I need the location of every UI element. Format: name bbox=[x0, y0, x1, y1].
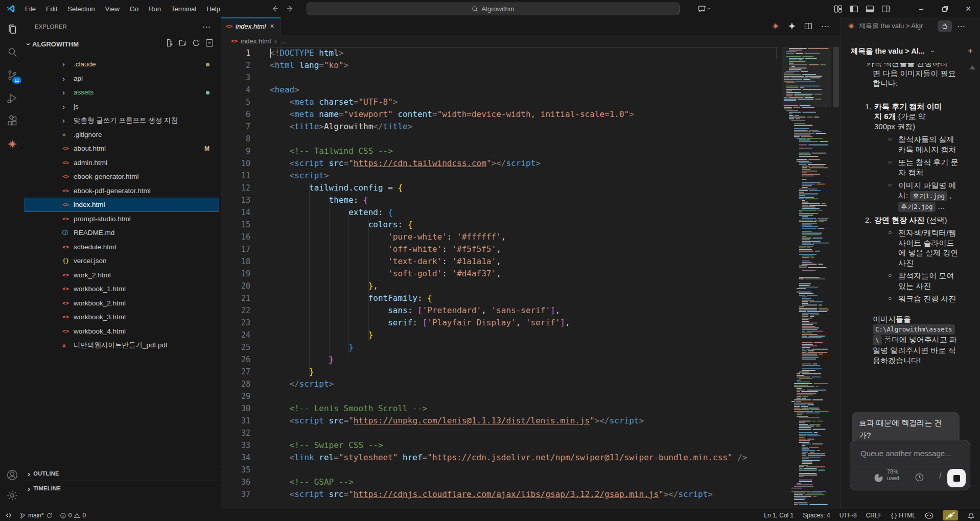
file-row[interactable]: <>workbook_3.html bbox=[25, 310, 221, 324]
copilot-sparkle-icon[interactable] bbox=[788, 22, 796, 30]
file-row[interactable]: <>admin.html bbox=[25, 156, 221, 170]
code-line[interactable]: 30 <!-- Lenis Smooth Scroll --> bbox=[221, 402, 841, 415]
notifications-bell-icon[interactable] bbox=[967, 512, 975, 519]
code-line[interactable]: 19 'soft-gold': '#d4af37', bbox=[221, 268, 841, 280]
editor-scrollbar[interactable] bbox=[831, 47, 841, 509]
file-row[interactable]: <>workbook_2.html bbox=[25, 296, 221, 311]
scrollbar-thumb[interactable] bbox=[833, 47, 839, 107]
problems-item[interactable]: 0 0 bbox=[60, 512, 86, 519]
code-line[interactable]: 3 bbox=[221, 72, 841, 84]
customize-layout-icon[interactable] bbox=[834, 5, 843, 13]
code-line[interactable]: 26 } bbox=[221, 353, 841, 366]
history-clock-icon[interactable] bbox=[915, 472, 924, 482]
menu-item-view[interactable]: View bbox=[101, 4, 124, 14]
file-row[interactable]: ›assets bbox=[25, 85, 221, 100]
sidebar-item-extensions[interactable] bbox=[0, 109, 25, 132]
claude-run-icon[interactable] bbox=[772, 22, 780, 30]
menu-item-selection[interactable]: Selection bbox=[63, 4, 99, 14]
minimap[interactable] bbox=[782, 47, 831, 506]
sidebar-item-explorer[interactable] bbox=[0, 17, 25, 40]
file-row[interactable]: <>about.htmlM bbox=[25, 141, 221, 156]
code-line[interactable]: 8 bbox=[221, 133, 841, 145]
sidebar-item-source-control[interactable]: 11 bbox=[0, 63, 25, 86]
code-line[interactable]: 15 colors: { bbox=[221, 219, 841, 231]
code-line[interactable]: 7 <title>Algrowithm</title> bbox=[221, 121, 841, 133]
code-line[interactable]: 32 bbox=[221, 427, 841, 439]
code-line[interactable]: 11 <script> bbox=[221, 170, 841, 182]
file-row[interactable]: ›api bbox=[25, 72, 221, 86]
code-line[interactable]: 29 bbox=[221, 390, 841, 402]
code-line[interactable]: 2<html lang="ko"> bbox=[221, 59, 841, 72]
cursor-position[interactable]: Ln 1, Col 1 bbox=[764, 512, 794, 519]
nav-back-icon[interactable] bbox=[271, 5, 279, 13]
code-line[interactable]: 22 sans: ['Pretendard', 'sans-serif'], bbox=[221, 304, 841, 317]
file-row[interactable]: ▲나만의웹사이트만들기_pdf.pdf bbox=[25, 338, 221, 352]
sidebar-item-claude[interactable] bbox=[0, 132, 25, 155]
settings-gear-icon[interactable] bbox=[0, 485, 25, 506]
timeline-section-header[interactable]: › TIMELINE bbox=[25, 481, 221, 495]
file-row[interactable]: <>ebook-pdf-generator.html bbox=[25, 184, 221, 198]
refresh-icon[interactable] bbox=[192, 39, 200, 47]
code-line[interactable]: 12 tailwind.config = { bbox=[221, 182, 841, 194]
file-row[interactable]: <>prompt-studio.html bbox=[25, 212, 221, 226]
search-command-center[interactable]: Algrowithm bbox=[307, 3, 680, 15]
outline-section-header[interactable]: › OUTLINE bbox=[25, 466, 221, 481]
tab-close-icon[interactable]: × bbox=[270, 22, 274, 30]
code-line[interactable]: 21 fontFamily: { bbox=[221, 292, 841, 304]
file-row[interactable]: <>workbook_1.html bbox=[25, 282, 221, 296]
restore-button[interactable] bbox=[933, 0, 956, 17]
code-line[interactable]: 17 'off-white': '#f5f5f5', bbox=[221, 243, 841, 255]
file-row[interactable]: <>index.html bbox=[25, 198, 219, 212]
code-line[interactable]: 9 <!-- Tailwind CSS --> bbox=[221, 145, 841, 157]
stop-button[interactable] bbox=[947, 469, 966, 487]
file-row[interactable]: ›.claude bbox=[25, 57, 221, 72]
file-row[interactable]: ›맞춤형 글쓰기 프롬프트 생성 지침 bbox=[25, 113, 221, 128]
code-line[interactable]: 16 'pure-white': '#ffffff', bbox=[221, 231, 841, 243]
language-mode[interactable]: { } HTML bbox=[891, 512, 916, 519]
code-line[interactable]: 5 <meta charset="UTF-8"> bbox=[221, 96, 841, 108]
new-folder-icon[interactable] bbox=[179, 39, 187, 47]
toggle-panel-icon[interactable] bbox=[866, 5, 874, 13]
code-line[interactable]: 18 'text-dark': '#1a1a1a', bbox=[221, 255, 841, 268]
new-chat-button[interactable]: + bbox=[968, 46, 973, 56]
copilot-status-icon[interactable] bbox=[925, 512, 934, 519]
remote-indicator[interactable] bbox=[5, 512, 12, 519]
split-editor-icon[interactable] bbox=[804, 22, 812, 30]
account-icon[interactable] bbox=[0, 465, 25, 485]
code-line[interactable]: 34 <link rel="stylesheet" href="https://… bbox=[221, 452, 841, 464]
menu-item-terminal[interactable]: Terminal bbox=[167, 4, 201, 14]
code-line[interactable]: 35 bbox=[221, 464, 841, 476]
workspace-root-row[interactable]: › ALGROWITHM bbox=[25, 37, 221, 51]
file-row[interactable]: {}vercel.json bbox=[25, 254, 221, 268]
menu-item-file[interactable]: File bbox=[20, 4, 40, 14]
conversation-title[interactable]: 제목을 the valu > Al... bbox=[851, 46, 925, 56]
code-line[interactable]: 20 }, bbox=[221, 280, 841, 292]
slash-commands-icon[interactable]: / bbox=[939, 471, 941, 481]
breadcrumb-symbol[interactable]: … bbox=[281, 37, 287, 45]
tab-index-html[interactable]: <> index.html × bbox=[221, 17, 281, 35]
file-row[interactable]: <>work_2.html bbox=[25, 268, 221, 282]
file-row[interactable]: <>ebook-generator.html bbox=[25, 170, 221, 184]
code-line[interactable]: 6 <meta name="viewport" content="width=d… bbox=[221, 108, 841, 121]
code-line[interactable]: 1<!DOCTYPE html> bbox=[221, 47, 841, 59]
copilot-chat-button[interactable]: › bbox=[698, 5, 710, 13]
code-line[interactable]: 27 } bbox=[221, 366, 841, 378]
minimize-button[interactable]: – bbox=[909, 0, 933, 17]
menu-item-edit[interactable]: Edit bbox=[41, 4, 62, 14]
code-line[interactable]: 33 <!-- Swiper CSS --> bbox=[221, 439, 841, 452]
collapse-folders-icon[interactable] bbox=[205, 39, 214, 47]
sidebar-item-search[interactable] bbox=[0, 40, 25, 63]
code-line[interactable]: 36 <!-- GSAP --> bbox=[221, 476, 841, 488]
git-branch-item[interactable]: main* bbox=[19, 512, 53, 519]
code-line[interactable]: 10 <script src="https://cdn.tailwindcss.… bbox=[221, 157, 841, 170]
explorer-more-icon[interactable]: ⋯ bbox=[202, 22, 211, 32]
file-row[interactable]: ⓘREADME.md bbox=[25, 226, 221, 240]
file-row[interactable]: <>workbook_4.html bbox=[25, 324, 221, 339]
eol-sequence[interactable]: CRLF bbox=[866, 512, 882, 519]
file-row[interactable]: <>schedule.html bbox=[25, 240, 221, 254]
menu-item-run[interactable]: Run bbox=[144, 4, 166, 14]
panel-more-icon[interactable]: ⋯ bbox=[957, 21, 965, 31]
code-line[interactable]: 28 </script> bbox=[221, 378, 841, 390]
chevron-down-icon[interactable]: › bbox=[929, 50, 938, 53]
close-window-button[interactable]: ✕ bbox=[956, 0, 980, 17]
